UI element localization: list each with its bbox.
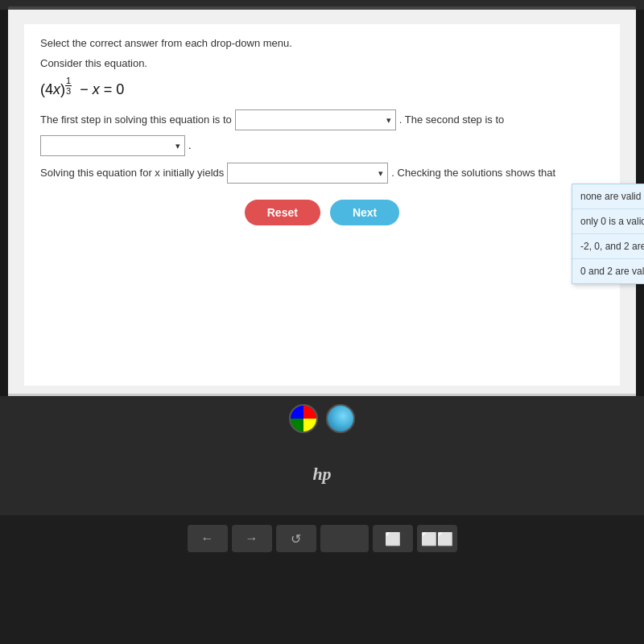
hp-logo: hp bbox=[312, 464, 331, 485]
first-step-row: The first step in solving this equation … bbox=[40, 109, 604, 130]
laptop-center: hp bbox=[0, 433, 644, 515]
popup-option-3[interactable]: -2, 0, and 2 are valid solutions bbox=[572, 234, 644, 259]
key-multiwindow[interactable]: ⬜⬜ bbox=[417, 525, 457, 552]
key-back[interactable]: ← bbox=[188, 525, 228, 552]
equation-display: (4x)13 − x = 0 bbox=[40, 76, 604, 98]
second-dropdown-wrapper bbox=[40, 135, 185, 156]
reset-button[interactable]: Reset bbox=[245, 200, 320, 225]
third-step-prefix: Solving this equation for x initially yi… bbox=[40, 167, 224, 179]
laptop-body: hp ← → ↺ ⬜ ⬜⬜ bbox=[0, 396, 644, 644]
chrome-icon[interactable] bbox=[289, 404, 318, 433]
laptop-screen: Select the correct answer from each drop… bbox=[8, 10, 636, 396]
checking-dropdown-popup: none are valid solutions only 0 is a val… bbox=[572, 184, 644, 284]
keyboard-row-1: ← → ↺ ⬜ ⬜⬜ bbox=[188, 525, 457, 552]
browser-icon[interactable] bbox=[326, 404, 355, 433]
second-dropdown-suffix: . bbox=[188, 139, 192, 151]
taskbar bbox=[289, 396, 355, 433]
second-step-row: . bbox=[40, 135, 604, 156]
popup-option-2[interactable]: only 0 is a valid solution bbox=[572, 209, 644, 234]
second-step-prefix: . The second step is to bbox=[399, 114, 505, 126]
popup-option-4[interactable]: 0 and 2 are valid solutions bbox=[572, 259, 644, 283]
screen-content: Select the correct answer from each drop… bbox=[24, 24, 620, 386]
key-space1 bbox=[320, 525, 369, 552]
popup-option-1[interactable]: none are valid solutions bbox=[572, 184, 644, 209]
first-step-prefix: The first step in solving this equation … bbox=[40, 114, 232, 126]
third-dropdown-wrapper bbox=[227, 163, 388, 184]
second-step-dropdown[interactable] bbox=[40, 135, 185, 156]
third-step-dropdown[interactable] bbox=[227, 163, 388, 184]
third-step-suffix: . Checking the solutions shows that bbox=[391, 167, 555, 179]
key-forward[interactable]: → bbox=[232, 525, 272, 552]
first-dropdown-wrapper bbox=[235, 109, 396, 130]
third-step-row: Solving this equation for x initially yi… bbox=[40, 163, 604, 184]
screen-bezel bbox=[0, 0, 644, 10]
button-row: Reset Next bbox=[40, 200, 604, 225]
first-step-dropdown[interactable] bbox=[235, 109, 396, 130]
keyboard-area: ← → ↺ ⬜ ⬜⬜ bbox=[0, 515, 644, 644]
equation-main: (4x)13 − x = 0 bbox=[40, 81, 124, 97]
key-refresh[interactable]: ↺ bbox=[276, 525, 316, 552]
key-fullscreen[interactable]: ⬜ bbox=[373, 525, 413, 552]
next-button[interactable]: Next bbox=[330, 200, 399, 225]
instruction-text: Select the correct answer from each drop… bbox=[40, 37, 604, 49]
consider-label: Consider this equation. bbox=[40, 57, 604, 69]
